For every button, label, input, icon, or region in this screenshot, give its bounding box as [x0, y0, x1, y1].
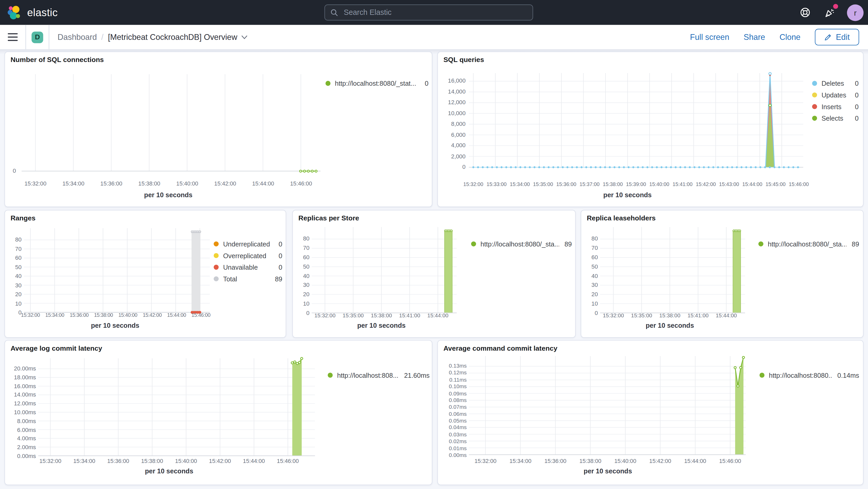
legend-item[interactable]: http://localhost:8080/_stat... 0 — [326, 78, 428, 89]
axis-tick: 0.08ms — [449, 397, 467, 403]
x-axis-title: per 10 seconds — [600, 322, 740, 330]
legend-label: http://localhost:8080/_stat... — [335, 80, 419, 87]
axis-tick: 15:44:00 — [713, 312, 740, 318]
search-input[interactable] — [343, 8, 527, 17]
axis-tick: 8.00ms — [17, 418, 36, 424]
legend-item[interactable]: Updates 0 — [812, 89, 859, 101]
legend-item[interactable]: Underreplicated 0 — [214, 238, 282, 250]
axis-tick: 10 — [303, 301, 310, 307]
legend-item[interactable]: Unavailable 0 — [214, 261, 282, 273]
legend-item[interactable]: Inserts 0 — [812, 101, 859, 113]
axis-tick: 15:40:00 — [116, 312, 140, 318]
legend-item[interactable]: http://localhost:808... 21.60ms — [328, 369, 429, 381]
legend-label: Total — [223, 275, 270, 283]
y-axis: 80706050403020100 — [295, 235, 309, 316]
panel-average-command-commit-latency: Average command commit latency 0.13ms0.1… — [437, 340, 864, 485]
axis-tick: 15:40:00 — [174, 181, 201, 186]
axis-tick: 15:34:00 — [506, 458, 534, 464]
axis-tick: 15:32:00 — [472, 458, 499, 464]
legend: http://localhost:8080... 0.14ms — [760, 369, 859, 381]
axis-tick: 15:34:00 — [70, 458, 98, 464]
axis-tick: 15:32:00 — [312, 312, 338, 318]
chart-canvas — [469, 73, 803, 176]
legend-item[interactable]: Overreplicated 0 — [214, 250, 282, 262]
axis-tick: 40 — [15, 273, 22, 279]
legend-value: 0 — [279, 240, 282, 248]
legend-dot — [326, 81, 331, 86]
legend-item[interactable]: Selects 0 — [812, 113, 859, 124]
axis-tick: 0.00ms — [17, 453, 36, 459]
x-axis-title: per 10 seconds — [469, 191, 786, 199]
legend-value: 0 — [279, 252, 282, 259]
axis-tick: 2,000 — [451, 153, 465, 159]
axis-tick: 0.01ms — [449, 445, 467, 451]
axis-tick: 15:41:00 — [671, 182, 694, 187]
axis-tick: 15:36:00 — [104, 458, 132, 464]
chart-canvas — [469, 356, 746, 457]
axis-tick: 15:32:00 — [22, 181, 49, 186]
axis-tick: 15:36:00 — [555, 182, 578, 187]
axis-tick: 15:37:00 — [578, 182, 601, 187]
legend-item[interactable]: http://localhost:8080/_sta... 89 — [471, 238, 572, 250]
axis-tick: 15:46:00 — [287, 181, 315, 186]
edit-button-label: Edit — [836, 33, 850, 41]
axis-tick: 15:43:00 — [717, 182, 741, 187]
legend: http://localhost:8080/_sta... 89 — [471, 238, 572, 250]
pencil-icon — [824, 34, 832, 41]
axis-tick: 15:35:00 — [531, 182, 555, 187]
axis-tick: 15:33:00 — [485, 182, 508, 187]
elastic-logo[interactable]: elastic — [8, 5, 58, 20]
clone-link[interactable]: Clone — [779, 33, 801, 41]
menu-button[interactable] — [8, 33, 18, 41]
full-screen-link[interactable]: Full screen — [690, 33, 730, 41]
chevron-down-icon — [241, 35, 247, 39]
axis-tick: 30 — [591, 282, 598, 288]
y-axis: 20.00ms18.00ms16.00ms14.00ms12.00ms10.00… — [7, 366, 36, 459]
axis-tick: 15:44:00 — [240, 458, 268, 464]
edit-button[interactable]: Edit — [815, 29, 859, 45]
legend-label: Inserts — [822, 103, 849, 111]
x-axis: 15:32:0015:35:0015:38:0015:41:0015:44:00 — [312, 312, 451, 318]
axis-tick: 30 — [15, 282, 22, 288]
legend-item[interactable]: http://localhost:8080... 0.14ms — [760, 369, 859, 381]
axis-tick: 15:44:00 — [249, 181, 277, 186]
axis-tick: 15:38:00 — [91, 312, 116, 318]
chart-canvas — [38, 358, 315, 458]
legend-item[interactable]: Total 89 — [214, 273, 282, 285]
x-axis-title: per 10 seconds — [18, 322, 212, 330]
legend-label: Unavailable — [223, 264, 273, 271]
axis-tick: 80 — [591, 235, 598, 241]
space-badge[interactable]: D — [32, 31, 43, 43]
axis-tick: 50 — [303, 264, 310, 269]
user-avatar[interactable]: r — [847, 4, 864, 21]
legend-label: Selects — [822, 114, 849, 122]
axis-tick: 10,000 — [448, 110, 466, 116]
party-popper-icon — [824, 7, 835, 18]
help-button[interactable] — [797, 5, 813, 20]
legend-item[interactable]: http://localhost:8080/_sta... 89 — [758, 238, 859, 250]
legend: Underreplicated 0 Overreplicated 0 Unava… — [214, 238, 282, 285]
chart-canvas — [24, 228, 210, 317]
axis-tick: 6,000 — [451, 131, 465, 137]
axis-tick: 15:40:00 — [648, 182, 671, 187]
panel-title: SQL queries — [443, 56, 484, 64]
axis-tick: 15:46:00 — [189, 312, 213, 318]
axis-tick: 80 — [303, 235, 310, 241]
axis-tick: 0.07ms — [449, 404, 467, 410]
chart-canvas — [600, 227, 745, 316]
axis-tick: 15:44:00 — [425, 312, 451, 318]
breadcrumb-dashboard[interactable]: Dashboard — [58, 33, 97, 41]
share-link[interactable]: Share — [744, 33, 765, 41]
axis-tick: 2.00ms — [17, 444, 36, 450]
legend-item[interactable]: Deletes 0 — [812, 78, 859, 89]
legend-dot — [812, 92, 817, 97]
legend-dot — [758, 242, 763, 246]
legend-dot — [760, 373, 764, 378]
axis-tick: 0.02ms — [449, 438, 467, 444]
page-title[interactable]: [Metricbeat CockroachDB] Overview — [108, 33, 247, 41]
axis-tick: 15:46:00 — [787, 182, 810, 187]
axis-tick: 20 — [15, 291, 22, 297]
global-search[interactable] — [324, 4, 533, 21]
chart-canvas — [312, 227, 457, 316]
newsfeed-button[interactable] — [822, 5, 838, 20]
